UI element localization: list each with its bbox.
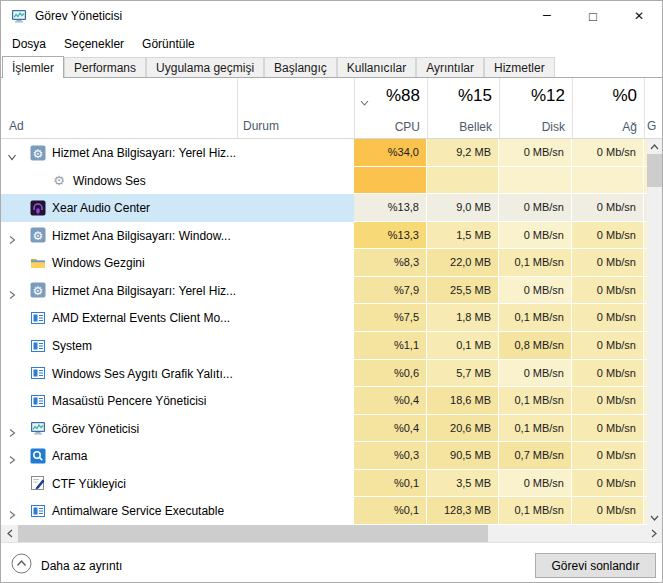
- cpu-value-cell: %0,4: [354, 387, 427, 415]
- memory-value-cell: [427, 167, 499, 195]
- scroll-up-button[interactable]: [647, 139, 662, 154]
- table-row-g-rev-y-neticisi[interactable]: Görev Yöneticisi%0,420,6 MB0,1 MB/sn0 Mb…: [1, 415, 662, 443]
- app-window-icon: [29, 365, 46, 382]
- disk-value-cell: 0 MB/sn: [499, 139, 572, 167]
- table-row-amd-external-events-client-mo[interactable]: AMD External Events Client Mo...%7,51,8 …: [1, 304, 662, 332]
- process-name: Hizmet Ana Bilgisayarı: Yerel Hiz...: [52, 139, 236, 167]
- app-window-icon: [29, 392, 46, 409]
- window-title: Görev Yöneticisi: [35, 1, 122, 31]
- table-row-ctf-y-kleyici[interactable]: CTF Yükleyici%0,13,5 MB0 MB/sn0 Mb/sn: [1, 470, 662, 498]
- expand-chevron-icon[interactable]: [7, 424, 17, 434]
- titlebar[interactable]: Görev Yöneticisi – □ ✕: [1, 1, 662, 31]
- disk-value-cell: 0,7 MB/sn: [499, 442, 572, 470]
- table-row-windows-gezgini[interactable]: Windows Gezgini%8,322,0 MB0,1 MB/sn0 Mb/…: [1, 249, 662, 277]
- process-name-cell[interactable]: ⚙Hizmet Ana Bilgisayarı: Yerel Hiz...: [1, 277, 354, 305]
- table-row-arama[interactable]: Arama%0,390,5 MB0,7 MB/sn0 Mb/sn: [1, 442, 662, 470]
- scroll-down-button[interactable]: [647, 510, 662, 525]
- minimize-button[interactable]: –: [524, 1, 570, 31]
- column-divider: [237, 78, 238, 138]
- disk-value-cell: [499, 167, 572, 195]
- menu-item-g-r-nt-le[interactable]: Görüntüle: [133, 33, 204, 55]
- svg-text:⚙: ⚙: [32, 284, 43, 298]
- process-name: Windows Ses: [73, 167, 146, 195]
- column-header-cpu[interactable]: %88CPU: [354, 78, 427, 139]
- process-name-cell[interactable]: CTF Yükleyici: [1, 470, 354, 498]
- network-value-cell: 0 Mb/sn: [572, 222, 644, 250]
- expand-chevron-icon[interactable]: [7, 451, 17, 461]
- maximize-button[interactable]: □: [570, 1, 616, 31]
- horizontal-scroll-thumb[interactable]: [18, 525, 488, 542]
- column-total-disk: %12: [531, 86, 565, 106]
- tab-uygulama-ge-mi-i[interactable]: Uygulama geçmişi: [146, 57, 264, 77]
- process-name: Hizmet Ana Bilgisayarı: Window...: [52, 222, 231, 250]
- table-row-hizmet-ana-bilgisayar-window[interactable]: ⚙Hizmet Ana Bilgisayarı: Window...%13,31…: [1, 222, 662, 250]
- process-name-cell[interactable]: Görev Yöneticisi: [1, 415, 354, 443]
- process-name-cell[interactable]: Windows Ses Aygıtı Grafik Yalıtı...: [1, 360, 354, 388]
- memory-value-cell: 22,0 MB: [427, 249, 499, 277]
- cpu-value-cell: %0,1: [354, 497, 427, 525]
- table-row-hizmet-ana-bilgisayar-yerel-hiz[interactable]: ⚙Hizmet Ana Bilgisayarı: Yerel Hiz...%7,…: [1, 277, 662, 305]
- process-name-cell[interactable]: Xear Audio Center: [1, 194, 354, 222]
- cpu-value-cell: %13,3: [354, 222, 427, 250]
- chevron-up-circle-icon: [11, 553, 32, 578]
- process-name-cell[interactable]: Antimalware Service Executable: [1, 497, 354, 525]
- tab-i-lemler[interactable]: İşlemler: [2, 56, 64, 78]
- disk-value-cell: 0,1 MB/sn: [499, 304, 572, 332]
- process-name-cell[interactable]: ⚙Windows Ses: [1, 167, 354, 195]
- menubar: DosyaSeçeneklerGörüntüle: [1, 31, 662, 57]
- process-name: Windows Ses Aygıtı Grafik Yalıtı...: [52, 360, 233, 388]
- close-button[interactable]: ✕: [616, 1, 662, 31]
- network-value-cell: [572, 167, 644, 195]
- collapse-chevron-icon[interactable]: [7, 148, 17, 158]
- column-header-a[interactable]: %0Ağ: [572, 78, 644, 139]
- app-window-icon: [29, 309, 46, 326]
- tab-hizmetler[interactable]: Hizmetler: [484, 57, 555, 77]
- network-value-cell: 0 Mb/sn: [572, 470, 644, 498]
- process-name-cell[interactable]: Arama: [1, 442, 354, 470]
- process-name-cell[interactable]: ⚙Hizmet Ana Bilgisayarı: Window...: [1, 222, 354, 250]
- table-row-antimalware-service-executable[interactable]: Antimalware Service Executable%0,1128,3 …: [1, 497, 662, 525]
- column-header-status[interactable]: Durum: [243, 119, 279, 133]
- process-name-cell[interactable]: System: [1, 332, 354, 360]
- table-row-masa-st-pencere-y-neticisi[interactable]: Masaüstü Pencere Yöneticisi%0,418,6 MB0,…: [1, 387, 662, 415]
- cpu-value-cell: %0,6: [354, 360, 427, 388]
- column-divider: [644, 78, 645, 138]
- horizontal-scrollbar[interactable]: [1, 525, 662, 542]
- table-row-windows-ses-ayg-t-grafik-yal-t[interactable]: Windows Ses Aygıtı Grafik Yalıtı...%0,65…: [1, 360, 662, 388]
- menu-item-dosya[interactable]: Dosya: [3, 33, 55, 55]
- expand-chevron-icon[interactable]: [7, 231, 17, 241]
- cpu-value-cell: %13,8: [354, 194, 427, 222]
- audio-gear-icon: ⚙: [50, 172, 67, 189]
- process-name-cell[interactable]: ⚙Hizmet Ana Bilgisayarı: Yerel Hiz...: [1, 139, 354, 167]
- scroll-left-button[interactable]: [1, 525, 18, 542]
- scroll-right-button[interactable]: [645, 525, 662, 542]
- table-row-hizmet-ana-bilgisayar-yerel-hiz[interactable]: ⚙Hizmet Ana Bilgisayarı: Yerel Hiz...%34…: [1, 139, 662, 167]
- table-row-system[interactable]: System%1,10,1 MB0,8 MB/sn0 Mb/sn: [1, 332, 662, 360]
- fewer-details-toggle[interactable]: Daha az ayrıntı: [11, 553, 122, 578]
- column-header-disk[interactable]: %12Disk: [499, 78, 572, 139]
- vertical-scrollbar[interactable]: [647, 139, 662, 525]
- disk-value-cell: 0 MB/sn: [499, 277, 572, 305]
- tab-ba-lang[interactable]: Başlangıç: [264, 57, 337, 77]
- process-name-cell[interactable]: AMD External Events Client Mo...: [1, 304, 354, 332]
- table-row-windows-ses[interactable]: ⚙Windows Ses: [1, 167, 662, 195]
- process-name-cell[interactable]: Windows Gezgini: [1, 249, 354, 277]
- column-header-name[interactable]: Ad: [9, 119, 24, 133]
- expand-chevron-icon[interactable]: [7, 506, 17, 516]
- memory-value-cell: 18,6 MB: [427, 387, 499, 415]
- tab-performans[interactable]: Performans: [64, 57, 146, 77]
- tab-kullan-c-lar[interactable]: Kullanıcılar: [337, 57, 416, 77]
- sort-direction-icon: [360, 92, 369, 110]
- disk-value-cell: 0 MB/sn: [499, 194, 572, 222]
- column-header-gpu-overflow[interactable]: G: [647, 119, 656, 133]
- expand-chevron-icon[interactable]: [7, 286, 17, 296]
- vertical-scroll-thumb[interactable]: [647, 154, 662, 187]
- process-name-cell[interactable]: Masaüstü Pencere Yöneticisi: [1, 387, 354, 415]
- end-task-button[interactable]: Görevi sonlandır: [535, 553, 656, 578]
- search-app-icon: [29, 447, 46, 464]
- column-header-bellek[interactable]: %15Bellek: [427, 78, 499, 139]
- tab-ayr-nt-lar[interactable]: Ayrıntılar: [416, 57, 484, 77]
- table-row-xear-audio-center[interactable]: Xear Audio Center%13,89,0 MB0 MB/sn0 Mb/…: [1, 194, 662, 222]
- network-value-cell: 0 Mb/sn: [572, 277, 644, 305]
- menu-item-se-enekler[interactable]: Seçenekler: [55, 33, 133, 55]
